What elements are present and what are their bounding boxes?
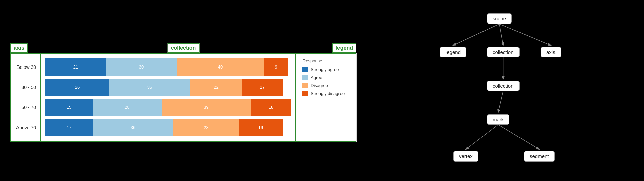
legend-item-text: Agree bbox=[311, 75, 322, 80]
axis-label-box: axis bbox=[10, 43, 28, 53]
legend-item: Disagree bbox=[302, 83, 350, 88]
tree-edge bbox=[466, 125, 498, 149]
legend-item: Agree bbox=[302, 75, 350, 80]
tree-node-legend: legend bbox=[440, 47, 466, 57]
bar-row: 26352217 bbox=[45, 79, 291, 96]
legend-color-box bbox=[302, 83, 308, 88]
bars-area: 2130409263522171528391817362819 bbox=[41, 53, 296, 142]
tree-node-mark: mark bbox=[487, 114, 509, 125]
tree-node-axis: axis bbox=[541, 47, 561, 57]
bar-segment-strongly-agree: 26 bbox=[45, 79, 109, 96]
bar-row: 2130409 bbox=[45, 58, 291, 76]
axis-row-label: Above 70 bbox=[15, 122, 36, 133]
bar-segment-agree: 35 bbox=[109, 79, 190, 96]
bar-segment-disagree: 39 bbox=[162, 99, 251, 116]
collection-label-text: collection bbox=[171, 45, 196, 51]
axis-column: Below 3030 - 5050 - 70Above 70 bbox=[10, 53, 41, 142]
legend-color-box bbox=[302, 67, 308, 72]
bar-segment-strongly-disagree: 19 bbox=[239, 119, 283, 136]
tree-node-collection2: collection bbox=[487, 81, 520, 91]
bar-segment-strongly-agree: 15 bbox=[45, 99, 93, 116]
bar-segment-disagree: 40 bbox=[177, 58, 264, 76]
tree-section: scenelegendcollectionaxiscollectionmarkv… bbox=[357, 3, 637, 178]
legend-item-text: Disagree bbox=[311, 83, 328, 88]
bar-segment-strongly-disagree: 9 bbox=[264, 58, 288, 76]
axis-label-text: axis bbox=[14, 45, 24, 51]
legend-color-box bbox=[302, 75, 308, 80]
tree-edge bbox=[499, 24, 551, 45]
bar-segment-agree: 30 bbox=[106, 58, 177, 76]
tree-container: scenelegendcollectionaxiscollectionmarkv… bbox=[420, 10, 574, 171]
tree-node-scene: scene bbox=[487, 13, 512, 24]
legend-item: Strongly disagree bbox=[302, 91, 350, 96]
tree-edge bbox=[453, 24, 500, 45]
bar-segment-agree: 36 bbox=[93, 119, 173, 136]
tree-node-segment: segment bbox=[524, 151, 555, 162]
collection-label-box: collection bbox=[168, 43, 200, 53]
legend-response-title: Response bbox=[302, 58, 350, 63]
chart-section: axis collection legend Below 3030 - 5050… bbox=[10, 53, 357, 142]
legend-item: Strongly agree bbox=[302, 67, 350, 72]
bar-segment-strongly-agree: 21 bbox=[45, 58, 106, 76]
axis-row-label: 30 - 50 bbox=[15, 82, 36, 93]
tree-edge bbox=[498, 91, 503, 112]
bar-segment-strongly-disagree: 17 bbox=[242, 79, 283, 96]
axis-row-label: 50 - 70 bbox=[15, 102, 36, 113]
legend-area: Response Strongly agreeAgreeDisagreeStro… bbox=[296, 53, 356, 142]
bar-segment-disagree: 28 bbox=[173, 119, 239, 136]
legend-label-box: legend bbox=[332, 43, 356, 53]
legend-label-text: legend bbox=[335, 45, 353, 51]
tree-node-vertex: vertex bbox=[453, 151, 478, 162]
main-container: axis collection legend Below 3030 - 5050… bbox=[0, 0, 644, 181]
tree-edge bbox=[499, 24, 503, 45]
tree-edge bbox=[498, 125, 540, 149]
bar-row: 15283918 bbox=[45, 99, 291, 116]
bar-segment-disagree: 22 bbox=[190, 79, 242, 96]
bar-segment-strongly-agree: 17 bbox=[45, 119, 93, 136]
bar-segment-strongly-disagree: 18 bbox=[251, 99, 291, 116]
bar-row: 17362819 bbox=[45, 119, 291, 136]
axis-row-label: Below 30 bbox=[15, 62, 36, 73]
bar-segment-agree: 28 bbox=[93, 99, 162, 116]
legend-item-text: Strongly disagree bbox=[311, 91, 345, 96]
legend-item-text: Strongly agree bbox=[311, 67, 339, 72]
tree-node-collection1: collection bbox=[487, 47, 520, 57]
legend-color-box bbox=[302, 91, 308, 96]
